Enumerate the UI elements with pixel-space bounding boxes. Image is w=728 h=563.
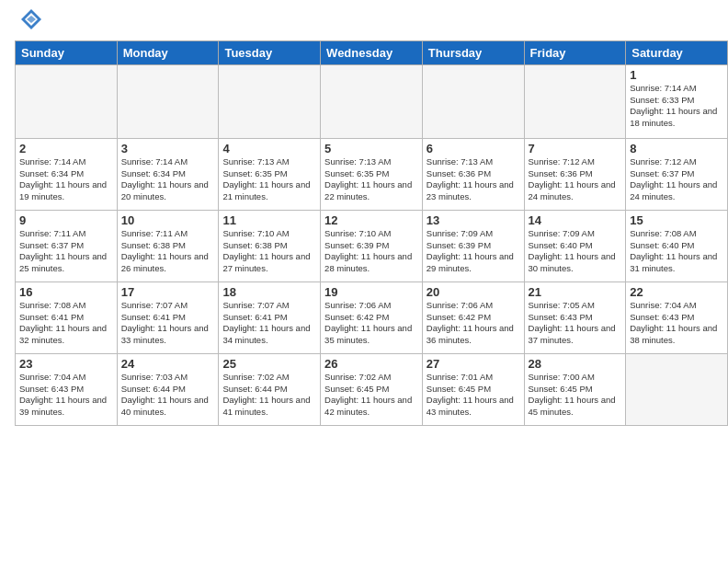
day-info: Sunrise: 7:12 AM Sunset: 6:37 PM Dayligh… bbox=[630, 156, 723, 202]
day-cell bbox=[117, 65, 219, 139]
day-info: Sunrise: 7:00 AM Sunset: 6:45 PM Dayligh… bbox=[529, 372, 622, 418]
day-number: 22 bbox=[630, 285, 723, 299]
day-cell: 16Sunrise: 7:08 AM Sunset: 6:41 PM Dayli… bbox=[16, 282, 118, 354]
day-cell bbox=[219, 65, 321, 139]
day-info: Sunrise: 7:14 AM Sunset: 6:34 PM Dayligh… bbox=[19, 156, 113, 202]
day-header-saturday: Saturday bbox=[626, 41, 728, 65]
day-cell bbox=[626, 354, 728, 426]
day-cell: 1Sunrise: 7:14 AM Sunset: 6:33 PM Daylig… bbox=[626, 65, 728, 139]
day-cell bbox=[16, 65, 118, 139]
day-cell: 2Sunrise: 7:14 AM Sunset: 6:34 PM Daylig… bbox=[16, 139, 118, 211]
day-cell: 10Sunrise: 7:11 AM Sunset: 6:38 PM Dayli… bbox=[117, 211, 219, 282]
day-info: Sunrise: 7:14 AM Sunset: 6:34 PM Dayligh… bbox=[121, 156, 215, 202]
day-number: 13 bbox=[427, 213, 520, 227]
day-number: 19 bbox=[324, 285, 418, 299]
day-number: 24 bbox=[121, 357, 215, 371]
day-info: Sunrise: 7:05 AM Sunset: 6:43 PM Dayligh… bbox=[529, 300, 622, 346]
week-row-4: 16Sunrise: 7:08 AM Sunset: 6:41 PM Dayli… bbox=[16, 282, 728, 354]
day-info: Sunrise: 7:02 AM Sunset: 6:44 PM Dayligh… bbox=[222, 372, 316, 418]
day-cell: 22Sunrise: 7:04 AM Sunset: 6:43 PM Dayli… bbox=[626, 282, 728, 354]
day-info: Sunrise: 7:04 AM Sunset: 6:43 PM Dayligh… bbox=[630, 300, 723, 346]
day-number: 8 bbox=[630, 142, 723, 155]
week-row-3: 9Sunrise: 7:11 AM Sunset: 6:37 PM Daylig… bbox=[16, 211, 728, 282]
day-header-friday: Friday bbox=[524, 41, 626, 65]
day-number: 11 bbox=[222, 213, 316, 227]
day-cell: 28Sunrise: 7:00 AM Sunset: 6:45 PM Dayli… bbox=[524, 354, 626, 426]
day-cell: 14Sunrise: 7:09 AM Sunset: 6:40 PM Dayli… bbox=[524, 211, 626, 282]
day-number: 21 bbox=[529, 285, 622, 299]
day-info: Sunrise: 7:10 AM Sunset: 6:39 PM Dayligh… bbox=[324, 228, 418, 274]
day-cell: 15Sunrise: 7:08 AM Sunset: 6:40 PM Dayli… bbox=[626, 211, 728, 282]
day-cell: 21Sunrise: 7:05 AM Sunset: 6:43 PM Dayli… bbox=[524, 282, 626, 354]
day-number: 26 bbox=[324, 357, 418, 371]
logo-icon bbox=[19, 7, 43, 35]
day-header-sunday: Sunday bbox=[16, 41, 118, 65]
day-info: Sunrise: 7:12 AM Sunset: 6:36 PM Dayligh… bbox=[529, 156, 622, 202]
day-cell: 11Sunrise: 7:10 AM Sunset: 6:38 PM Dayli… bbox=[219, 211, 321, 282]
day-number: 3 bbox=[121, 142, 215, 155]
day-number: 15 bbox=[630, 213, 723, 227]
day-number: 9 bbox=[19, 213, 113, 227]
day-cell: 19Sunrise: 7:06 AM Sunset: 6:42 PM Dayli… bbox=[321, 282, 423, 354]
day-header-wednesday: Wednesday bbox=[321, 41, 423, 65]
day-info: Sunrise: 7:11 AM Sunset: 6:37 PM Dayligh… bbox=[19, 228, 113, 274]
header bbox=[0, 0, 728, 40]
day-info: Sunrise: 7:01 AM Sunset: 6:45 PM Dayligh… bbox=[427, 372, 520, 418]
week-row-2: 2Sunrise: 7:14 AM Sunset: 6:34 PM Daylig… bbox=[16, 139, 728, 211]
day-cell: 26Sunrise: 7:02 AM Sunset: 6:45 PM Dayli… bbox=[321, 354, 423, 426]
day-cell: 4Sunrise: 7:13 AM Sunset: 6:35 PM Daylig… bbox=[219, 139, 321, 211]
day-cell: 7Sunrise: 7:12 AM Sunset: 6:36 PM Daylig… bbox=[524, 139, 626, 211]
day-cell bbox=[422, 65, 524, 139]
day-number: 16 bbox=[19, 285, 113, 299]
day-header-thursday: Thursday bbox=[422, 41, 524, 65]
day-info: Sunrise: 7:08 AM Sunset: 6:41 PM Dayligh… bbox=[19, 300, 113, 346]
day-cell bbox=[321, 65, 423, 139]
day-cell: 5Sunrise: 7:13 AM Sunset: 6:35 PM Daylig… bbox=[321, 139, 423, 211]
day-number: 12 bbox=[324, 213, 418, 227]
week-row-1: 1Sunrise: 7:14 AM Sunset: 6:33 PM Daylig… bbox=[16, 65, 728, 139]
day-number: 10 bbox=[121, 213, 215, 227]
day-info: Sunrise: 7:02 AM Sunset: 6:45 PM Dayligh… bbox=[324, 372, 418, 418]
day-number: 18 bbox=[222, 285, 316, 299]
day-cell: 20Sunrise: 7:06 AM Sunset: 6:42 PM Dayli… bbox=[422, 282, 524, 354]
logo bbox=[17, 13, 43, 35]
day-number: 27 bbox=[427, 357, 520, 371]
week-row-5: 23Sunrise: 7:04 AM Sunset: 6:43 PM Dayli… bbox=[16, 354, 728, 426]
weekday-header-row: SundayMondayTuesdayWednesdayThursdayFrid… bbox=[16, 41, 728, 65]
day-number: 7 bbox=[529, 142, 622, 155]
day-number: 14 bbox=[529, 213, 622, 227]
day-cell: 9Sunrise: 7:11 AM Sunset: 6:37 PM Daylig… bbox=[16, 211, 118, 282]
day-header-tuesday: Tuesday bbox=[219, 41, 321, 65]
day-cell: 17Sunrise: 7:07 AM Sunset: 6:41 PM Dayli… bbox=[117, 282, 219, 354]
day-info: Sunrise: 7:06 AM Sunset: 6:42 PM Dayligh… bbox=[427, 300, 520, 346]
day-info: Sunrise: 7:07 AM Sunset: 6:41 PM Dayligh… bbox=[121, 300, 215, 346]
day-info: Sunrise: 7:08 AM Sunset: 6:40 PM Dayligh… bbox=[630, 228, 723, 274]
day-cell bbox=[524, 65, 626, 139]
day-number: 6 bbox=[427, 142, 520, 155]
day-info: Sunrise: 7:11 AM Sunset: 6:38 PM Dayligh… bbox=[121, 228, 215, 274]
day-cell: 13Sunrise: 7:09 AM Sunset: 6:39 PM Dayli… bbox=[422, 211, 524, 282]
day-info: Sunrise: 7:10 AM Sunset: 6:38 PM Dayligh… bbox=[222, 228, 316, 274]
day-header-monday: Monday bbox=[117, 41, 219, 65]
day-cell: 23Sunrise: 7:04 AM Sunset: 6:43 PM Dayli… bbox=[16, 354, 118, 426]
day-cell: 25Sunrise: 7:02 AM Sunset: 6:44 PM Dayli… bbox=[219, 354, 321, 426]
day-cell: 18Sunrise: 7:07 AM Sunset: 6:41 PM Dayli… bbox=[219, 282, 321, 354]
day-cell: 3Sunrise: 7:14 AM Sunset: 6:34 PM Daylig… bbox=[117, 139, 219, 211]
day-cell: 8Sunrise: 7:12 AM Sunset: 6:37 PM Daylig… bbox=[626, 139, 728, 211]
day-info: Sunrise: 7:09 AM Sunset: 6:40 PM Dayligh… bbox=[529, 228, 622, 274]
day-number: 25 bbox=[222, 357, 316, 371]
day-info: Sunrise: 7:13 AM Sunset: 6:35 PM Dayligh… bbox=[222, 156, 316, 202]
day-number: 23 bbox=[19, 357, 113, 371]
day-info: Sunrise: 7:06 AM Sunset: 6:42 PM Dayligh… bbox=[324, 300, 418, 346]
day-number: 2 bbox=[19, 142, 113, 155]
day-cell: 24Sunrise: 7:03 AM Sunset: 6:44 PM Dayli… bbox=[117, 354, 219, 426]
day-number: 4 bbox=[222, 142, 316, 155]
day-info: Sunrise: 7:04 AM Sunset: 6:43 PM Dayligh… bbox=[19, 372, 113, 418]
day-number: 1 bbox=[630, 68, 723, 82]
day-number: 17 bbox=[121, 285, 215, 299]
day-info: Sunrise: 7:14 AM Sunset: 6:33 PM Dayligh… bbox=[630, 83, 723, 129]
day-cell: 6Sunrise: 7:13 AM Sunset: 6:36 PM Daylig… bbox=[422, 139, 524, 211]
day-info: Sunrise: 7:13 AM Sunset: 6:35 PM Dayligh… bbox=[324, 156, 418, 202]
day-info: Sunrise: 7:09 AM Sunset: 6:39 PM Dayligh… bbox=[427, 228, 520, 274]
day-number: 28 bbox=[529, 357, 622, 371]
